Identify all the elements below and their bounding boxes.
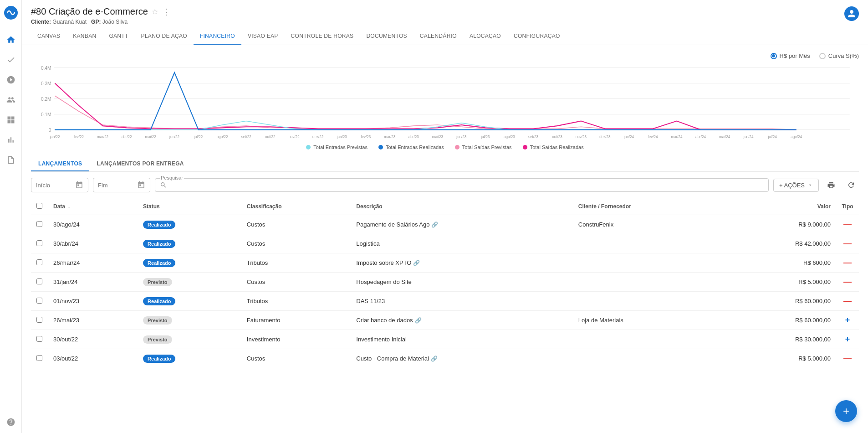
option-curva-s[interactable]: Curva S(%) bbox=[819, 52, 859, 59]
row-valor: R$ 42.000,00 bbox=[725, 234, 836, 253]
tab-canvas[interactable]: CANVAS bbox=[31, 28, 66, 45]
tipo-minus-icon[interactable]: — bbox=[843, 239, 852, 248]
search-input[interactable] bbox=[170, 182, 764, 189]
logo[interactable] bbox=[4, 5, 18, 21]
tipo-plus-icon[interactable]: + bbox=[845, 315, 850, 325]
row-descricao: Pagamento de Salários Ago🔗 bbox=[351, 215, 573, 234]
row-tipo[interactable]: — bbox=[836, 273, 859, 292]
row-checkbox-cell bbox=[31, 273, 48, 292]
fim-date-wrap[interactable] bbox=[93, 178, 150, 192]
refresh-button[interactable] bbox=[843, 177, 859, 193]
tab-controle[interactable]: CONTROLE DE HORAS bbox=[285, 28, 360, 45]
sidebar-rocket-icon[interactable] bbox=[5, 74, 16, 85]
option-rs-mes[interactable]: R$ por Mês bbox=[771, 52, 810, 59]
sidebar-grid-icon[interactable] bbox=[5, 114, 16, 125]
svg-text:jun/22: jun/22 bbox=[169, 134, 179, 139]
tipo-plus-icon[interactable]: + bbox=[845, 335, 850, 344]
tab-gantt[interactable]: GANTT bbox=[102, 28, 134, 45]
link-icon[interactable]: 🔗 bbox=[431, 356, 438, 362]
svg-text:0.4M: 0.4M bbox=[41, 66, 51, 71]
sidebar-help-icon[interactable] bbox=[5, 417, 16, 428]
fim-input[interactable] bbox=[98, 182, 134, 189]
lancamentos-tabs: LANÇAMENTOS LANÇAMENTOS POR ENTREGA bbox=[31, 157, 859, 172]
user-avatar[interactable] bbox=[844, 6, 859, 21]
print-button[interactable] bbox=[823, 177, 839, 193]
tab-lancamentos-entrega[interactable]: LANÇAMENTOS POR ENTREGA bbox=[89, 157, 191, 171]
table-row: 01/nov/23 Realizado Tributos DAS 11/23 R… bbox=[31, 292, 859, 311]
search-icon bbox=[160, 181, 167, 189]
svg-text:jul/23: jul/23 bbox=[480, 134, 490, 139]
calendar-inicio-icon[interactable] bbox=[75, 181, 83, 189]
tipo-minus-icon[interactable]: — bbox=[843, 354, 852, 363]
row-status: Realizado bbox=[138, 253, 241, 273]
actions-button[interactable]: + AÇÕES bbox=[773, 179, 819, 192]
link-icon[interactable]: 🔗 bbox=[413, 260, 420, 266]
status-badge: Realizado bbox=[143, 259, 175, 267]
legend-dot-sr bbox=[523, 145, 527, 149]
radio-curva-s[interactable] bbox=[819, 53, 826, 59]
row-tipo[interactable]: — bbox=[836, 292, 859, 311]
fab-add-button[interactable]: + bbox=[835, 400, 857, 422]
row-checkbox-4[interactable] bbox=[36, 298, 42, 304]
row-status: Realizado bbox=[138, 215, 241, 234]
tab-lancamentos[interactable]: LANÇAMENTOS bbox=[31, 157, 89, 171]
tipo-minus-icon[interactable]: — bbox=[843, 220, 852, 229]
sidebar-doc-icon[interactable] bbox=[5, 155, 16, 165]
row-cliente: Loja de Materiais bbox=[573, 311, 725, 330]
row-tipo[interactable]: — bbox=[836, 234, 859, 253]
row-checkbox-2[interactable] bbox=[36, 259, 42, 265]
link-icon[interactable]: 🔗 bbox=[431, 222, 438, 228]
row-valor: R$ 600,00 bbox=[725, 253, 836, 273]
row-checkbox-5[interactable] bbox=[36, 317, 42, 323]
sidebar-check-icon[interactable] bbox=[5, 54, 16, 65]
row-cliente bbox=[573, 349, 725, 368]
nav-tabs: CANVAS KANBAN GANTT PLANO DE AÇÃO FINANC… bbox=[22, 28, 868, 45]
table-row: 30/ago/24 Realizado Custos Pagamento de … bbox=[31, 215, 859, 234]
link-icon[interactable]: 🔗 bbox=[415, 317, 422, 324]
tab-visao[interactable]: VISÃO EAP bbox=[241, 28, 285, 45]
tab-configuracao[interactable]: CONFIGURAÇÃO bbox=[507, 28, 567, 45]
tab-financeiro[interactable]: FINANCEIRO bbox=[194, 28, 241, 45]
tab-calendario[interactable]: CALENDÁRIO bbox=[414, 28, 463, 45]
inicio-date-wrap[interactable] bbox=[31, 178, 88, 192]
tipo-minus-icon[interactable]: — bbox=[843, 258, 852, 267]
row-checkbox-6[interactable] bbox=[36, 336, 42, 342]
tipo-minus-icon[interactable]: — bbox=[843, 296, 852, 305]
row-tipo[interactable]: + bbox=[836, 330, 859, 349]
sidebar-people-icon[interactable] bbox=[5, 94, 16, 105]
row-classificacao: Tributos bbox=[241, 253, 351, 273]
row-classificacao: Custos bbox=[241, 234, 351, 253]
tab-plano[interactable]: PLANO DE AÇÃO bbox=[135, 28, 194, 45]
th-data[interactable]: Data ↓ bbox=[48, 198, 138, 215]
row-tipo[interactable]: — bbox=[836, 349, 859, 368]
row-checkbox-3[interactable] bbox=[36, 278, 42, 284]
sidebar-home-icon[interactable] bbox=[5, 34, 16, 45]
tab-documentos[interactable]: DOCUMENTOS bbox=[360, 28, 413, 45]
chart-section: 0.4M 0.3M 0.2M 0.1M 0 jan/22 fev/22 mar/… bbox=[31, 63, 859, 149]
row-tipo[interactable]: — bbox=[836, 215, 859, 234]
tab-alocacao[interactable]: ALOCAÇÃO bbox=[463, 28, 507, 45]
svg-text:mar/24: mar/24 bbox=[671, 134, 682, 139]
sidebar-chart-icon[interactable] bbox=[5, 134, 16, 145]
row-checkbox-7[interactable] bbox=[36, 355, 42, 361]
chart-options: R$ por Mês Curva S(%) bbox=[31, 52, 859, 59]
search-wrap[interactable]: Pesquisar bbox=[155, 178, 769, 192]
select-all-checkbox[interactable] bbox=[36, 203, 42, 209]
row-classificacao: Custos bbox=[241, 273, 351, 292]
row-checkbox-1[interactable] bbox=[36, 240, 42, 246]
content-area: R$ por Mês Curva S(%) 0.4M 0.3M bbox=[22, 45, 868, 433]
filters-row: Pesquisar + AÇÕES bbox=[31, 177, 859, 193]
radio-rs-mes[interactable] bbox=[771, 53, 777, 59]
row-checkbox-0[interactable] bbox=[36, 221, 42, 227]
tab-kanban[interactable]: KANBAN bbox=[66, 28, 102, 45]
row-tipo[interactable]: + bbox=[836, 311, 859, 330]
inicio-input[interactable] bbox=[36, 182, 72, 189]
row-tipo[interactable]: — bbox=[836, 253, 859, 273]
row-status: Previsto bbox=[138, 311, 241, 330]
tipo-minus-icon[interactable]: — bbox=[843, 277, 852, 286]
calendar-fim-icon[interactable] bbox=[137, 181, 145, 189]
star-icon[interactable]: ☆ bbox=[152, 7, 158, 16]
legend-saidas-previstas: Total Saídas Previstas bbox=[455, 144, 512, 150]
more-icon[interactable]: ⋮ bbox=[163, 7, 171, 17]
row-classificacao: Investimento bbox=[241, 330, 351, 349]
